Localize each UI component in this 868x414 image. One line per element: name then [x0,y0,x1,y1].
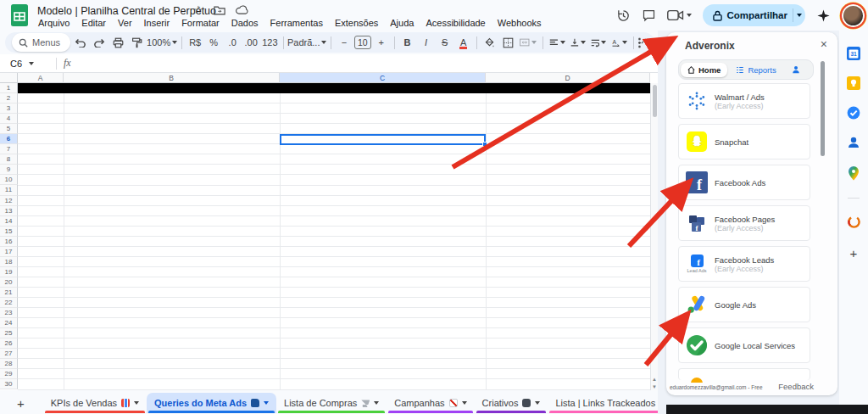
bold-button[interactable]: B [399,34,416,51]
tab-home[interactable]: Home [681,63,727,77]
row-header[interactable]: 9 [0,165,18,175]
row-header[interactable]: 7 [0,144,18,154]
menu-item[interactable]: Ver [112,16,138,30]
tab-reports[interactable]: Reports [729,63,782,77]
row-header[interactable]: 18 [0,257,18,267]
add-icon[interactable]: + [850,246,858,260]
row-header[interactable]: 21 [0,288,18,298]
row-header[interactable]: 2 [0,93,18,104]
align-icon[interactable] [548,34,567,51]
menu-item[interactable]: Formatar [175,16,225,30]
zoom-select[interactable]: 100% [147,34,177,51]
row-header[interactable]: 12 [0,196,18,206]
tab-menu-icon[interactable] [264,401,269,405]
meet-dropdown-icon[interactable] [687,14,692,17]
add-sheet-button[interactable]: + [17,396,25,411]
row-header[interactable]: 20 [0,277,18,288]
move-folder-icon[interactable] [214,5,225,15]
format-currency-button[interactable]: R$ [186,34,203,51]
row-header[interactable]: 19 [0,267,18,277]
calendar-icon[interactable]: 31 [847,47,860,60]
history-icon[interactable] [616,8,631,23]
decrease-decimal-button[interactable]: .0 [224,34,241,51]
menu-item[interactable]: Dados [225,16,264,30]
connector-partial[interactable] [678,368,810,380]
menu-item[interactable]: Arquivo [32,16,75,30]
connector-facebook-leads[interactable]: f Lead Ads Facebook Leads(Early Access) [678,246,810,282]
increase-font-size-button[interactable]: + [373,34,390,51]
connector-google-ads[interactable]: Google Ads [678,287,810,322]
cells-area[interactable] [18,83,650,390]
black-filled-row-1[interactable] [18,83,650,93]
gemini-sparkle-icon[interactable] [816,8,831,23]
tab-menu-icon[interactable] [462,401,467,405]
valign-icon[interactable] [569,34,587,51]
sheet-tab-lista-de-compras[interactable]: Lista de Compras [276,393,387,413]
comments-icon[interactable] [642,8,656,22]
tab-account[interactable] [785,63,807,76]
sheet-tab-queries-meta-ads[interactable]: Queries do Meta Ads [147,393,276,413]
sheet-tab-campanhas[interactable]: Campanhas [387,393,474,413]
merge-cells-icon[interactable] [518,34,538,51]
menu-item[interactable]: Acessibilidade [420,16,491,30]
undo-icon[interactable] [72,34,89,51]
toolbar-search[interactable]: Menus [12,33,70,52]
document-title[interactable]: Modelo | Planilha Central de Perpétuo [37,5,216,17]
borders-icon[interactable] [499,34,516,51]
wrap-icon[interactable] [589,34,609,51]
select-all-corner[interactable] [0,73,18,83]
close-icon[interactable]: × [821,37,827,51]
column-header-b[interactable]: B [64,73,280,83]
menu-item[interactable]: Webhooks [492,16,548,30]
name-box-dropdown-icon[interactable] [29,62,34,65]
cloud-status-icon[interactable] [236,5,248,14]
fill-color-button[interactable] [481,34,498,51]
selected-cell-c6[interactable] [280,134,486,145]
column-header-d[interactable]: D [486,73,650,83]
sheet-grid[interactable]: A B C D 12345678910111213141516171819202… [0,73,658,390]
row-header[interactable]: 22 [0,298,18,308]
decrease-font-size-button[interactable]: − [336,34,353,51]
text-color-button[interactable]: A [455,34,472,51]
share-button[interactable]: Compartilhar [703,4,805,26]
row-header[interactable]: 16 [0,237,18,247]
sidebar-scrollbar[interactable] [821,61,825,156]
connector-google-local-services[interactable]: Google Local Services [678,327,810,363]
tasks-icon[interactable] [847,106,860,120]
row-header[interactable]: 14 [0,216,18,227]
addon-icon[interactable] [847,215,861,229]
row-header[interactable]: 5 [0,124,18,134]
font-size-input[interactable]: 10 [354,36,371,49]
row-header[interactable]: 1 [0,83,18,93]
font-select[interactable]: Padrã... [287,34,326,51]
tab-menu-icon[interactable] [134,401,139,405]
row-header[interactable]: 24 [0,318,18,328]
rotate-text-icon[interactable]: A [609,34,629,51]
column-header-a[interactable]: A [18,73,64,83]
grid-vertical-scrollbar[interactable]: ▲ ▼ [650,83,658,390]
row-header[interactable]: 10 [0,175,18,185]
maps-icon[interactable] [848,165,860,181]
feedback-link[interactable]: Feedback [778,382,814,391]
row-header[interactable]: 6 [0,134,18,144]
redo-icon[interactable] [91,34,108,51]
name-box[interactable]: C6 [0,59,49,69]
menu-item[interactable]: Ajuda [384,16,420,30]
italic-button[interactable]: I [418,34,435,51]
avatar[interactable] [842,4,865,27]
tab-menu-icon[interactable] [374,401,379,405]
menu-item[interactable]: Ferramentas [264,16,329,30]
paint-format-icon[interactable] [128,34,145,51]
row-header[interactable]: 25 [0,328,18,338]
strikethrough-button[interactable]: S [437,34,453,51]
row-header[interactable]: 23 [0,308,18,318]
scroll-down-icon[interactable]: ▼ [651,383,658,390]
star-icon[interactable]: ☆ [193,3,203,16]
column-header-c[interactable]: C [280,73,486,83]
row-header[interactable]: 15 [0,227,18,237]
print-icon[interactable] [109,34,126,51]
row-header[interactable]: 26 [0,338,18,349]
more-formats-button[interactable]: 123 [261,34,278,51]
row-header[interactable]: 13 [0,206,18,216]
contacts-icon[interactable] [847,136,860,149]
